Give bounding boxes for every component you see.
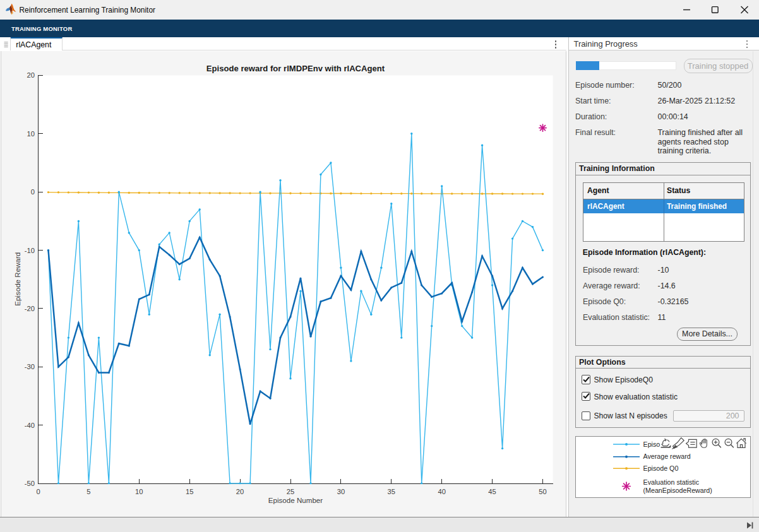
svg-text:Episode reward for rlMDPEnv wi: Episode reward for rlMDPEnv with rlACAge… xyxy=(206,64,385,74)
svg-text:-50: -50 xyxy=(25,480,35,487)
svg-text:45: 45 xyxy=(488,488,496,495)
svg-text:20: 20 xyxy=(27,72,35,80)
svg-text:50: 50 xyxy=(539,488,546,495)
svg-text:15: 15 xyxy=(186,488,193,495)
svg-text:40: 40 xyxy=(438,488,445,495)
svg-text:25: 25 xyxy=(287,488,294,495)
svg-text:-40: -40 xyxy=(25,422,35,429)
svg-text:30: 30 xyxy=(337,488,345,495)
svg-text:-30: -30 xyxy=(25,364,35,371)
svg-text:0: 0 xyxy=(36,488,40,495)
svg-text:5: 5 xyxy=(87,488,90,495)
svg-text:10: 10 xyxy=(27,130,35,138)
svg-text:35: 35 xyxy=(388,488,395,495)
svg-text:-20: -20 xyxy=(25,305,35,312)
svg-text:-10: -10 xyxy=(25,247,35,254)
svg-text:Episode Reward: Episode Reward xyxy=(13,252,21,306)
svg-text:0: 0 xyxy=(31,189,35,196)
svg-text:Episode Number: Episode Number xyxy=(268,497,323,505)
svg-text:20: 20 xyxy=(236,488,244,495)
svg-text:10: 10 xyxy=(135,488,143,495)
